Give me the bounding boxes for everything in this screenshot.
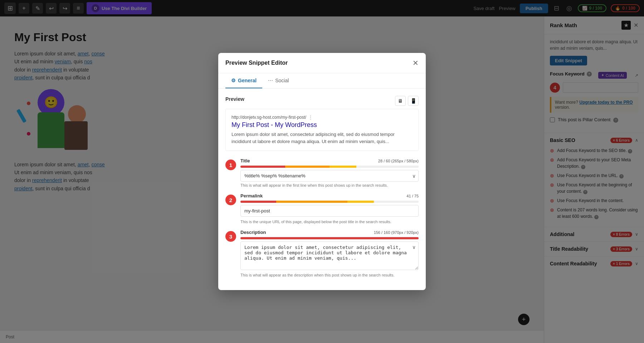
- desc-bar-red4: [374, 237, 419, 239]
- permalink-label: Permalink: [240, 193, 263, 199]
- permalink-field-row: 2 Permalink 41 / 75: [225, 193, 419, 224]
- title-field-count: 28 / 60 (265px / 580px): [378, 159, 419, 163]
- title-field-header: Title 28 / 60 (265px / 580px): [240, 158, 419, 163]
- preview-url-row: http://donjetv.sg-host.com/my-first-post…: [231, 115, 413, 120]
- title-field: Title 28 / 60 (265px / 580px): [240, 158, 419, 187]
- social-tab-label: Social: [275, 78, 289, 83]
- permalink-bar-orange: [276, 201, 312, 203]
- title-progress-bar: [240, 166, 419, 168]
- description-textarea[interactable]: Lorem ipsum dolor sit amet, consectetur …: [240, 241, 419, 270]
- title-bar-empty: [356, 166, 419, 168]
- permalink-hint: This is the unique URL of this page, dis…: [240, 220, 419, 224]
- preview-controls: 🖥 📱: [395, 96, 419, 106]
- preview-link[interactable]: My First Post - My WordPress: [231, 121, 413, 129]
- general-tab-icon: ⚙: [231, 78, 236, 83]
- tab-general[interactable]: ⚙ General: [225, 73, 262, 88]
- permalink-field-header: Permalink 41 / 75: [240, 193, 419, 199]
- desc-bar-red1: [240, 237, 285, 239]
- permalink-field: Permalink 41 / 75 This is the uni: [240, 193, 419, 224]
- step-1-badge: 1: [225, 160, 236, 170]
- general-tab-label: General: [238, 78, 257, 83]
- modal-body: Preview 🖥 📱 http://donjetv.sg-host.com/m…: [218, 89, 426, 290]
- description-count: 156 / 160 (970px / 920px): [374, 230, 419, 235]
- mobile-preview-button[interactable]: 📱: [408, 96, 419, 106]
- modal-overlay[interactable]: Preview Snippet Editor ✕ ⚙ General ⋯ Soc…: [0, 0, 644, 343]
- desc-bar-red3: [330, 237, 374, 239]
- description-textarea-wrapper: Lorem ipsum dolor sit amet, consectetur …: [240, 241, 419, 271]
- modal-tabs: ⚙ General ⋯ Social: [218, 73, 426, 89]
- description-expand-icon[interactable]: ∨: [412, 244, 416, 250]
- permalink-bar-red: [240, 201, 276, 203]
- preview-box: http://donjetv.sg-host.com/my-first-post…: [225, 109, 419, 151]
- desc-bar-red2: [285, 237, 330, 239]
- description-field-row: 3 Description 156 / 160 (970px / 920px): [225, 230, 419, 277]
- description-progress-bar: [240, 237, 419, 239]
- preview-label: Preview: [225, 96, 244, 102]
- description-field-header: Description 156 / 160 (970px / 920px): [240, 230, 419, 235]
- title-field-label: Title: [240, 158, 250, 163]
- permalink-progress-bar: [240, 201, 419, 203]
- permalink-bar-orange2: [312, 201, 347, 203]
- step-3-badge: 3: [225, 231, 236, 242]
- title-field-row: 1 Title 28 / 60 (265px / 580px): [225, 158, 419, 187]
- social-tab-icon: ⋯: [268, 78, 273, 83]
- permalink-bar-empty: [374, 201, 419, 203]
- desktop-preview-button[interactable]: 🖥: [395, 96, 406, 106]
- step-2-badge: 2: [225, 195, 236, 205]
- permalink-count: 41 / 75: [406, 194, 419, 198]
- title-input[interactable]: [240, 170, 419, 182]
- tab-social[interactable]: ⋯ Social: [262, 73, 294, 88]
- modal-title: Preview Snippet Editor: [225, 60, 288, 66]
- title-bar-yellow: [330, 166, 356, 168]
- description-label: Description: [240, 230, 266, 235]
- permalink-bar-yellow: [347, 201, 374, 203]
- preview-url-dots[interactable]: ⋮: [308, 115, 313, 120]
- snippet-editor-modal: Preview Snippet Editor ✕ ⚙ General ⋯ Soc…: [218, 53, 426, 290]
- preview-section: Preview 🖥 📱 http://donjetv.sg-host.com/m…: [225, 96, 419, 151]
- preview-url-text: http://donjetv.sg-host.com/my-first-post…: [231, 115, 306, 120]
- title-hint: This is what will appear in the first li…: [240, 183, 419, 187]
- description-hint: This is what will appear as the descript…: [240, 273, 419, 277]
- title-bar-orange: [285, 166, 330, 168]
- description-field: Description 156 / 160 (970px / 920px) Lo…: [240, 230, 419, 277]
- modal-close-button[interactable]: ✕: [413, 59, 419, 67]
- modal-header: Preview Snippet Editor ✕: [218, 53, 426, 73]
- preview-description: Lorem ipsum dolor sit amet, consectetur …: [231, 131, 413, 145]
- title-input-wrapper: ∨: [240, 170, 419, 182]
- permalink-input[interactable]: [240, 205, 419, 217]
- title-bar-red: [240, 166, 285, 168]
